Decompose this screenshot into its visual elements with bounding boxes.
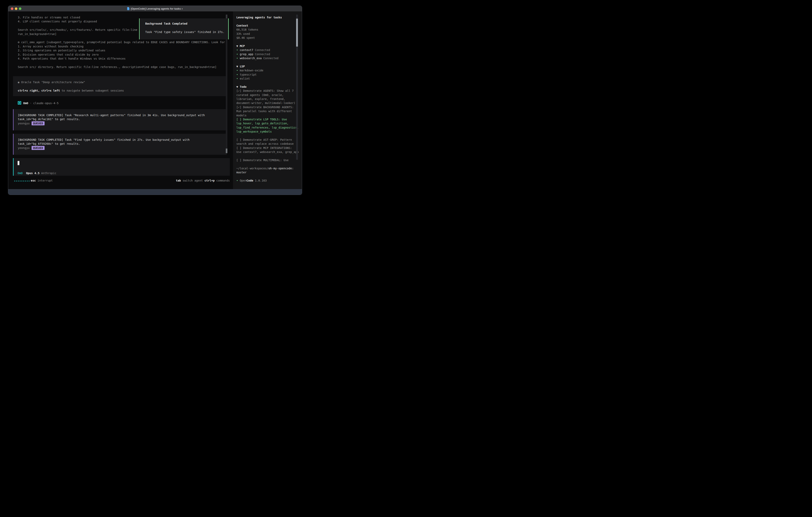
oracle-task-title: ◉ Oracle Task "Deep architecture review"	[18, 80, 85, 84]
lsp-server-name: eslint	[240, 77, 250, 80]
nav-hint-text: to navigate between subagent sessions	[60, 89, 124, 92]
todo-item-line: lsp_find_references, lsp_diagnostics,	[236, 126, 299, 130]
mcp-server-status: Connected	[262, 57, 278, 60]
context-spent: $0.46 spent	[236, 36, 255, 40]
message-line: [BACKGROUND TASK COMPLETED] Task "Find t…	[18, 138, 190, 142]
background-task-message: [BACKGROUND TASK COMPLETED] Task "Resear…	[13, 109, 227, 130]
spacer	[203, 179, 204, 182]
todo-item-line: [ ] Demonstrate AST-GREP: Pattern	[236, 138, 292, 142]
app-name-strong: Code	[246, 179, 253, 182]
workspace-path: ~/local-workspaces/oh-my-opencode:	[236, 166, 294, 170]
todo-item-line: librarian, explore, frontend,	[236, 97, 285, 101]
author-name: yeongyu	[18, 146, 30, 149]
window-bottom-bar	[8, 189, 302, 195]
tool-call-item: 3. Division operations that could divide…	[18, 53, 99, 57]
message-line: [BACKGROUND TASK COMPLETED] Task "Resear…	[18, 113, 205, 117]
todo-item-line: lsp_hover, lsp_goto_definition,	[236, 121, 289, 125]
mcp-server-name: context7	[240, 48, 253, 52]
agent-name: OmO	[23, 102, 28, 105]
mcp-section-header[interactable]: ▼ MCP	[236, 44, 245, 48]
active-agent-name: OmO	[18, 171, 23, 175]
activity-spinner	[14, 181, 30, 182]
active-model-name: Opus 4.5	[26, 171, 39, 175]
lsp-item: • eslint	[236, 77, 250, 81]
esc-key-label: esc	[31, 179, 36, 182]
model-provider: Anthropic	[41, 171, 56, 175]
tool-call-line: ⚙ call_omo_agent [subagent_type=explore,…	[18, 40, 225, 44]
git-branch: master	[236, 170, 246, 174]
tool-call-text: call_omo_agent [subagent_type=explore, p…	[21, 40, 225, 44]
status-bullet-icon: •	[236, 48, 238, 52]
prompt-input[interactable]: OmO Opus 4.5 Anthropic	[13, 158, 230, 176]
window-title: [OpenCode] Leveraging agents for tasks ◐	[131, 7, 183, 10]
transcript-line: 4. LSP client connections not properly d…	[18, 19, 97, 23]
tool-call-item: 1. Array access without bounds checking	[18, 45, 84, 48]
statusbar-shortcuts: tab switch agent ctrl+p commands	[176, 179, 230, 182]
tool-call-item: 2. String operations on potentially unde…	[18, 48, 105, 52]
oracle-task-icon: ◉	[18, 81, 19, 84]
switch-agent-label: switch agent	[181, 179, 203, 182]
context-tokens: 66,518 tokens	[236, 28, 258, 32]
context-heading: Context	[236, 24, 248, 28]
agent-omo-icon	[18, 101, 21, 105]
document-icon	[127, 7, 129, 10]
todo-item-line: models	[236, 113, 246, 117]
interrupt-hint: esc interrupt	[31, 179, 53, 182]
mcp-server-name: grep_app	[240, 53, 253, 56]
todo-item-line: search and replace across codebase	[236, 142, 294, 146]
lsp-section-header[interactable]: ▼ LSP	[236, 64, 245, 69]
todo-item-line: [ ] Demonstrate MULTIMODAL: Use	[236, 158, 289, 162]
sidebar-scrollbar-thumb[interactable]	[296, 19, 298, 47]
mcp-server-status: Connected	[253, 48, 270, 52]
close-window-button[interactable]	[11, 7, 13, 10]
screen: [OpenCode] Leveraging agents for tasks ◐…	[0, 0, 310, 199]
interrupt-label: interrupt	[36, 179, 53, 182]
todo-item-line: [ ] Demonstrate LSP TOOLS: Use	[236, 117, 287, 121]
collapse-triangle-icon: ▼	[236, 65, 238, 68]
todo-item-line: Run parallel tasks with different	[236, 109, 292, 113]
message-line: task_id="bg_6f59260c" to get results.	[18, 142, 80, 146]
background-task-toast: Background Task Completed Task "Find typ…	[139, 19, 229, 39]
session-sidebar: Leveraging agents for tasks Context 66,5…	[233, 11, 302, 190]
workspace-path-prefix: ~/local-workspaces/	[236, 167, 268, 170]
lsp-server-name: typescript	[240, 73, 257, 76]
tool-call-tail: Search src/ directory. Return specific f…	[18, 65, 216, 69]
mcp-heading: MCP	[240, 45, 245, 48]
collapse-triangle-icon: ▼	[236, 45, 238, 48]
mcp-item: • grep_app Connected	[236, 52, 270, 56]
todo-item-line: curated agents (OmO, oracle,	[236, 93, 284, 97]
chat-scrollbar-thumb[interactable]	[226, 148, 227, 153]
transcript-line: 3. File handles or streams not closed	[18, 16, 80, 19]
nav-shortcut-keys: ctrl+x right, ctrl+x left	[18, 89, 60, 92]
queued-status-badge: QUEUED	[32, 146, 45, 150]
todo-item-line: Use context7, websearch_exa, grep_app	[236, 150, 299, 154]
text-cursor	[18, 161, 19, 165]
separator-dot: ·	[30, 102, 32, 105]
message-line: task_id="bg_dcfac161" to get results.	[18, 117, 80, 121]
todo-item-line: document-writer, multimodal-looker)	[236, 101, 295, 105]
opencode-window: [OpenCode] Leveraging agents for tasks ◐…	[8, 6, 302, 195]
lsp-item: • markdown-oxide	[236, 69, 263, 72]
status-bullet-icon: •	[236, 77, 238, 80]
todo-item-line: [✓] Demonstrate AGENTS: Show all 7	[236, 89, 294, 93]
tool-call-item: 4. Path operations that don't handle Win…	[18, 57, 125, 61]
lsp-server-name: markdown-oxide	[240, 69, 263, 72]
background-task-message: [BACKGROUND TASK COMPLETED] Task "Find t…	[13, 134, 227, 155]
transcript-line: Search src/tools/, src/hooks/, src/featu…	[18, 28, 137, 32]
todo-heading: Todo	[240, 85, 246, 88]
minimize-window-button[interactable]	[15, 7, 18, 10]
transcript-line: run_in_background=true]	[18, 32, 57, 36]
todo-item-line: lsp_workspace_symbols	[236, 130, 272, 134]
tab-key-label: tab	[176, 179, 181, 182]
status-bullet-icon: •	[236, 69, 238, 72]
todo-item-line: [ ] Demonstrate MCP INTEGRATIONS:	[236, 146, 292, 150]
todo-section-header[interactable]: ▼ Todo	[236, 85, 246, 89]
sidebar-scrollbar[interactable]	[296, 15, 298, 160]
workspace-repo-name: oh-my-opencode:	[268, 167, 293, 170]
zoom-window-button[interactable]	[19, 7, 21, 10]
author-name: yeongyu	[18, 122, 30, 125]
todo-item-line: [✓] Demonstrate BACKGROUND AGENTS:	[236, 105, 294, 109]
toast-body: Task "Find type safety issues" finished …	[145, 30, 224, 34]
toast-title: Background Task Completed	[145, 22, 187, 26]
oracle-task-box: ◉ Oracle Task "Deep architecture review"…	[13, 76, 226, 96]
